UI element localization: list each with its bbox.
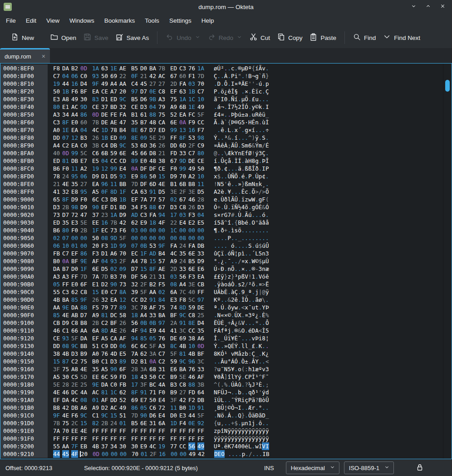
hex-byte[interactable]: 78 — [140, 304, 147, 311]
char-cell[interactable]: ñ — [262, 72, 265, 80]
hex-byte[interactable]: 27 — [149, 80, 156, 88]
char-cell[interactable]: f — [221, 327, 224, 334]
hex-byte[interactable]: 59 — [188, 304, 195, 311]
hex-byte[interactable]: 99 — [179, 165, 186, 172]
hex-byte[interactable]: CC — [158, 373, 165, 381]
char-cell[interactable]: ÿ — [255, 435, 259, 442]
cut-button[interactable]: Cut — [246, 29, 274, 46]
char-cell[interactable]: _ — [255, 350, 259, 358]
hex-byte[interactable]: 8D — [101, 327, 108, 334]
char-cell[interactable]: / — [262, 142, 265, 149]
hex-byte[interactable]: F8 — [179, 296, 186, 304]
hex-byte[interactable]: DF — [140, 165, 147, 172]
char-cell[interactable]: ÿ — [245, 435, 248, 442]
char-cell[interactable]: Í — [238, 157, 241, 165]
char-cell[interactable]: . — [241, 381, 245, 388]
char-cell[interactable]: . — [231, 165, 235, 172]
hex-byte[interactable]: 50 — [149, 172, 156, 180]
char-cell[interactable]: . — [238, 450, 242, 458]
hex-byte[interactable]: 4A — [80, 388, 87, 396]
char-cell[interactable]: õ — [245, 203, 248, 211]
char-cell[interactable]: ¸ — [262, 180, 265, 188]
hex-byte[interactable]: B8 — [80, 319, 87, 327]
char-cell[interactable]: ã — [221, 219, 224, 226]
char-cell[interactable]: J — [224, 388, 228, 396]
char-cell[interactable]: ÿ — [227, 435, 231, 442]
char-cell[interactable]: ^ — [259, 373, 262, 381]
char-cell[interactable]: W — [252, 196, 255, 203]
hex-byte[interactable]: 2B — [62, 203, 69, 211]
hex-byte[interactable]: A5 — [101, 365, 108, 373]
hex-byte[interactable]: 18 — [131, 373, 138, 381]
char-cell[interactable]: Ù — [227, 172, 231, 180]
hex-byte[interactable]: 0B — [140, 319, 147, 327]
char-cell[interactable]: S — [241, 142, 245, 149]
hex-byte[interactable]: DA — [62, 396, 69, 404]
hex-byte[interactable]: DC — [71, 388, 78, 396]
char-cell[interactable]: . — [248, 95, 252, 103]
char-cell[interactable]: g — [245, 126, 248, 134]
char-cell[interactable]: ÿ — [248, 435, 252, 442]
char-cell[interactable]: ® — [235, 327, 238, 334]
char-cell[interactable]: % — [224, 381, 228, 388]
hex-byte[interactable]: 3A — [149, 350, 156, 358]
char-cell[interactable]: . — [224, 188, 228, 196]
hex-byte[interactable]: 2F — [119, 257, 126, 265]
hex-byte[interactable]: C7 — [62, 250, 69, 257]
hex-byte[interactable]: EE — [92, 219, 99, 226]
hex-byte[interactable]: D3 — [197, 203, 204, 211]
hex-byte[interactable]: FF — [140, 435, 147, 442]
char-cell[interactable]: ± — [241, 111, 245, 118]
char-cell[interactable]: Ì — [265, 118, 269, 126]
hex-byte[interactable]: 83 — [92, 95, 99, 103]
hex-byte[interactable]: 8F — [62, 118, 69, 126]
char-cell[interactable]: g — [255, 157, 259, 165]
hex-byte[interactable]: ED — [110, 134, 117, 142]
hex-byte[interactable]: 32 — [101, 296, 108, 304]
char-cell[interactable]: ! — [252, 149, 255, 157]
char-cell[interactable]: ÿ — [235, 435, 238, 442]
hex-byte[interactable]: 15 — [80, 419, 87, 427]
char-cell[interactable]: . — [265, 419, 269, 427]
char-cell[interactable]: . — [227, 226, 231, 234]
hex-byte[interactable]: 67 — [170, 72, 177, 80]
char-cell[interactable]: é — [245, 219, 248, 226]
hex-byte[interactable]: 13 — [179, 126, 186, 134]
char-cell[interactable]: £ — [214, 273, 217, 280]
hex-byte[interactable]: 19 — [53, 80, 60, 88]
char-cell[interactable]: n — [227, 265, 231, 273]
hex-byte[interactable]: E8 — [71, 188, 78, 196]
char-cell[interactable]: a — [245, 111, 248, 118]
char-cell[interactable]: _ — [265, 111, 269, 118]
char-cell[interactable]: ì — [241, 250, 245, 257]
hex-byte[interactable]: 12 — [71, 134, 78, 142]
hex-byte[interactable]: 2F — [188, 142, 195, 149]
hex-byte[interactable]: EA — [71, 126, 78, 134]
char-cell[interactable]: Â — [217, 142, 221, 149]
char-cell[interactable]: y — [252, 103, 255, 111]
hex-byte[interactable]: 4E — [62, 180, 69, 188]
char-cell[interactable]: u — [252, 111, 255, 118]
hex-byte[interactable]: 05 — [149, 334, 156, 342]
hex-byte[interactable]: 98 — [197, 134, 204, 142]
char-cell[interactable]: G — [238, 118, 241, 126]
char-cell[interactable]: ¿ — [265, 350, 269, 358]
char-cell[interactable]: } — [241, 180, 245, 188]
hex-byte[interactable]: 77 — [149, 196, 156, 203]
hex-byte[interactable]: A5 — [92, 188, 99, 196]
hex-byte[interactable]: 96 — [101, 180, 108, 188]
char-cell[interactable]: . — [241, 157, 245, 165]
hex-byte[interactable]: D0 — [170, 412, 177, 419]
char-cell[interactable]: | — [259, 288, 262, 296]
char-cell[interactable]: Ñ — [231, 250, 235, 257]
char-cell[interactable]: W — [252, 257, 255, 265]
hex-byte[interactable]: D3 — [140, 103, 147, 111]
char-cell[interactable]: . — [238, 134, 241, 142]
hex-byte[interactable]: 50 — [101, 72, 108, 80]
char-cell[interactable]: c — [259, 88, 262, 95]
hex-byte[interactable]: 00 — [80, 234, 87, 242]
hex-byte[interactable]: F0 — [158, 388, 165, 396]
char-cell[interactable]: " — [238, 72, 241, 80]
hex-byte[interactable]: 5F — [149, 342, 156, 350]
hex-byte[interactable]: A4 — [110, 80, 117, 88]
